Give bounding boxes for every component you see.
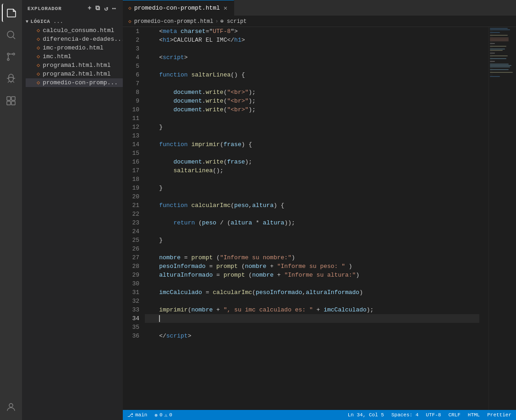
mini-line	[490, 29, 510, 30]
mini-line	[490, 58, 506, 59]
html-file-icon: ◇	[37, 62, 40, 69]
more-icon[interactable]: ⋯	[111, 4, 117, 13]
line-num-24: 24	[126, 227, 139, 236]
code-line-10: document.write("<br>");	[145, 105, 479, 114]
code-line-18	[145, 175, 479, 184]
code-line-32	[145, 297, 479, 305]
status-encoding[interactable]: UTF-8	[426, 412, 441, 418]
line-num-15: 15	[126, 149, 139, 158]
warnings-count: 0	[169, 412, 172, 418]
extensions-icon[interactable]	[2, 92, 20, 110]
code-line-5	[145, 62, 479, 71]
mini-line	[490, 57, 493, 58]
mini-line	[490, 43, 495, 44]
mini-line	[490, 40, 509, 41]
mini-line	[490, 44, 493, 45]
code-line-4: <script>	[145, 53, 479, 62]
code-editor[interactable]: 1 2 3 4 5 6 7 8 9 10 11 12 13 14 15 16 1…	[123, 27, 516, 410]
status-branch[interactable]: ⎇ main	[127, 412, 147, 418]
minimap	[489, 27, 516, 410]
code-line-15	[145, 149, 479, 158]
line-num-19: 19	[126, 184, 139, 192]
file-item[interactable]: ◇ imc-promedio.html	[26, 44, 123, 52]
file-item-active[interactable]: ◇ promedio-con-promp...	[26, 78, 123, 87]
language-label: HTML	[468, 412, 480, 418]
status-bar: ⎇ main ⊗ 0 ⚠ 0 Ln 34, Col 5 Spaces: 4 UT…	[123, 410, 516, 420]
source-control-icon[interactable]	[2, 48, 20, 66]
file-name: programa2.html.html	[43, 71, 110, 77]
chevron-down-icon: ▼	[26, 19, 29, 24]
tab-bar: ◇ promedio-con-prompt.html ✕	[123, 0, 516, 16]
status-formatter[interactable]: Prettier	[487, 412, 511, 418]
file-item[interactable]: ◇ imc.html	[26, 52, 123, 61]
code-line-11	[145, 114, 479, 123]
search-icon[interactable]	[2, 26, 20, 44]
new-file-icon[interactable]: +	[87, 4, 93, 13]
html-file-icon: ◇	[37, 53, 40, 60]
breadcrumb-script[interactable]: ⊕ script	[220, 18, 247, 25]
files-icon[interactable]	[2, 4, 20, 22]
line-num-9: 9	[126, 97, 139, 105]
code-line-1: <meta charset="UTF-8">	[145, 27, 479, 36]
code-line-7	[145, 79, 479, 88]
mini-line	[490, 31, 493, 32]
svg-point-0	[7, 31, 14, 38]
line-num-16: 16	[126, 158, 139, 166]
tab-label: promedio-con-prompt.html	[134, 5, 220, 11]
refresh-icon[interactable]: ↺	[103, 4, 109, 13]
breadcrumb: ◇ promedio-con-prompt.html › ⊕ script	[123, 16, 516, 27]
status-language[interactable]: HTML	[468, 412, 480, 418]
breadcrumb-file[interactable]: promedio-con-prompt.html	[134, 18, 214, 25]
line-num-35: 35	[126, 323, 139, 332]
code-line-3	[145, 44, 479, 53]
mini-line	[490, 72, 513, 73]
code-line-34[interactable]	[145, 314, 479, 323]
sidebar-section[interactable]: ▼ LÓGICA ...	[22, 17, 123, 26]
status-spaces[interactable]: Spaces: 4	[391, 412, 418, 418]
file-list: ◇ calculo_consumo.html ◇ diferencia-de-e…	[22, 26, 123, 87]
tab-promedio[interactable]: ◇ promedio-con-prompt.html ✕	[123, 0, 234, 16]
status-problems[interactable]: ⊗ 0 ⚠ 0	[154, 412, 172, 418]
mini-line	[490, 50, 503, 51]
code-line-35	[145, 323, 479, 332]
status-cursor-pos[interactable]: Ln 34, Col 5	[348, 412, 384, 418]
activity-bar	[0, 0, 22, 420]
code-line-9: document.write("<br>");	[145, 97, 479, 105]
code-line-12: }	[145, 123, 479, 131]
mini-line	[490, 33, 493, 34]
tab-file-icon: ◇	[128, 5, 132, 11]
file-item[interactable]: ◇ diferencia-de-edades...	[26, 35, 123, 44]
html-file-icon: ◇	[37, 79, 40, 86]
status-eol[interactable]: CRLF	[448, 412, 460, 418]
file-item[interactable]: ◇ calculo_consumo.html	[26, 26, 123, 35]
html-file-icon: ◇	[37, 71, 40, 77]
tab-close-button[interactable]: ✕	[223, 3, 228, 13]
svg-rect-4	[7, 97, 11, 100]
code-lines[interactable]: <meta charset="UTF-8"> <h1>CALCULAR EL I…	[145, 27, 489, 410]
debug-icon[interactable]	[2, 70, 20, 88]
account-icon[interactable]	[2, 398, 20, 416]
line-num-28: 28	[126, 262, 139, 271]
git-branch-icon: ⎇	[127, 412, 133, 418]
line-num-8: 8	[126, 88, 139, 97]
line-num-33: 33	[126, 305, 139, 314]
line-num-32: 32	[126, 297, 139, 305]
line-num-11: 11	[126, 114, 139, 123]
new-folder-icon[interactable]: ⧉	[94, 4, 101, 13]
code-line-23: return (peso / (altura * altura));	[145, 218, 479, 227]
minimap-content	[489, 27, 516, 78]
file-item[interactable]: ◇ programa2.html.html	[26, 70, 123, 78]
mini-line	[490, 60, 493, 60]
svg-point-2	[13, 53, 15, 55]
code-line-19: }	[145, 184, 479, 192]
file-item[interactable]: ◇ programa1.html.html	[26, 61, 123, 70]
code-line-6: function saltarLinea() {	[145, 71, 479, 79]
mini-line	[490, 69, 509, 70]
code-line-30	[145, 279, 479, 288]
mini-line	[490, 35, 508, 36]
mini-line	[490, 55, 508, 56]
line-num-1: 1	[126, 27, 139, 36]
mini-line	[490, 64, 509, 65]
line-num-17: 17	[126, 166, 139, 175]
problems-count: 0	[159, 412, 163, 418]
